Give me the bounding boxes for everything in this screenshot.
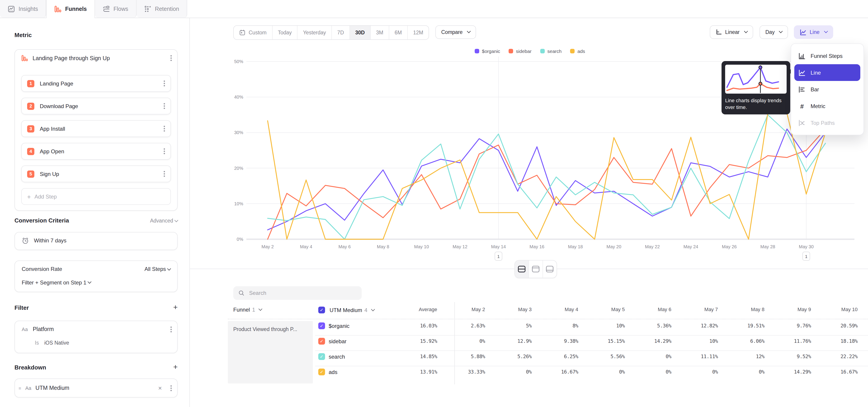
layout-split-view-button[interactable] — [515, 260, 529, 278]
table-column-header[interactable]: May 8 — [715, 307, 765, 312]
layout-table-view-button[interactable] — [543, 260, 557, 278]
x-axis-tick: May 12 — [453, 244, 467, 249]
series-checkbox[interactable]: ✓ — [318, 353, 325, 360]
breakdown-property[interactable]: UTM Medium — [35, 385, 154, 391]
conversion-rate-card: Conversion Rate All Steps Filter + Segme… — [14, 260, 178, 292]
step-kebab-icon[interactable] — [164, 105, 165, 107]
menu-item-bar[interactable]: Bar — [794, 81, 860, 98]
step-number-badge: 5 — [27, 170, 34, 178]
legend-item-organic[interactable]: $organic — [475, 49, 500, 54]
step-kebab-icon[interactable] — [164, 83, 165, 84]
table-value-cell: 13.91% — [388, 369, 437, 375]
range-button-yesterday[interactable]: Yesterday — [298, 26, 332, 39]
filter-operator[interactable]: Is — [35, 340, 39, 345]
scale-button[interactable]: Linear — [710, 25, 753, 39]
menu-item-line[interactable]: Line — [794, 64, 860, 81]
table-column-header[interactable]: Average — [388, 307, 437, 312]
x-axis-tick: May 4 — [300, 244, 312, 249]
conversion-window-card[interactable]: Within 7 days — [14, 232, 178, 250]
report-tabbar: Insights Funnels Flows Retention — [0, 0, 868, 18]
table-column-header[interactable]: May 2 — [435, 307, 485, 312]
bar-chart-icon — [798, 86, 806, 93]
range-button-today[interactable]: Today — [272, 26, 298, 39]
funnel-step-5[interactable]: 5 Sign Up — [21, 165, 171, 182]
table-column-header[interactable]: May 5 — [575, 307, 625, 312]
series-checkbox[interactable]: ✓ — [318, 322, 325, 329]
granularity-button[interactable]: Day — [760, 25, 788, 39]
funnel-header-count: 1 — [252, 307, 255, 313]
conversion-criteria-header: Conversion Criteria Advanced — [14, 217, 178, 224]
legend-item-search[interactable]: search — [540, 49, 561, 54]
breakdown-column-header[interactable]: ✓ UTM Medium 4 — [318, 307, 374, 313]
advanced-dropdown[interactable]: Advanced — [150, 218, 178, 223]
tab-retention[interactable]: Retention — [136, 0, 187, 18]
funnel-step-3[interactable]: 3 App Install — [21, 120, 171, 137]
annotation-badge[interactable]: 1 — [803, 252, 810, 260]
legend-swatch — [475, 49, 479, 53]
table-column-header[interactable]: May 7 — [668, 307, 718, 312]
table-value-cell: 18.18% — [808, 338, 858, 344]
breakdown-card: ≡ Aa UTM Medium × — [14, 378, 178, 398]
range-button-7d[interactable]: 7D — [332, 26, 350, 39]
metric-kebab-icon[interactable] — [170, 57, 172, 59]
all-steps-label: All Steps — [145, 266, 166, 272]
range-button-6m[interactable]: 6M — [389, 26, 408, 39]
remove-breakdown-icon[interactable]: × — [158, 384, 162, 392]
add-step-button[interactable]: + Add Step — [21, 188, 171, 205]
table-column-header[interactable]: May 6 — [622, 307, 671, 312]
tab-funnels[interactable]: Funnels — [46, 0, 95, 18]
table-value-cell: 12.9% — [482, 338, 532, 344]
range-button-30d[interactable]: 30D — [350, 26, 371, 39]
range-button-3m[interactable]: 3M — [371, 26, 389, 39]
funnel-row-cell[interactable]: Product Viewed through P... — [228, 321, 313, 383]
metric-card-header[interactable]: Landing Page through Sign Up — [21, 55, 172, 62]
step-kebab-icon[interactable] — [164, 173, 165, 175]
property-type-icon: Aa — [22, 326, 28, 332]
step-kebab-icon[interactable] — [164, 151, 165, 152]
series-name: search — [329, 354, 345, 360]
range-button-custom[interactable]: Custom — [234, 26, 272, 39]
table-column-header[interactable]: May 4 — [528, 307, 578, 312]
add-filter-button[interactable]: + — [173, 303, 178, 312]
add-breakdown-button[interactable]: + — [173, 363, 178, 372]
filter-value[interactable]: iOS Native — [44, 340, 69, 345]
table-column-header[interactable]: May 10 — [808, 307, 858, 312]
layout-chart-view-button[interactable] — [529, 260, 543, 278]
funnel-step-4[interactable]: 4 App Open — [21, 143, 171, 160]
chart-type-button[interactable]: Line — [794, 25, 833, 39]
query-builder-sidebar: Metric Landing Page through Sign Up 1 La… — [0, 18, 190, 407]
table-column-header[interactable]: May 9 — [761, 307, 811, 312]
filter-segment-dropdown[interactable]: Filter + Segment on Step 1 — [22, 279, 91, 286]
tab-flows[interactable]: Flows — [95, 0, 136, 18]
compare-button[interactable]: Compare — [435, 25, 476, 39]
legend-item-sidebar[interactable]: sidebar — [509, 49, 532, 54]
top-paths-icon — [798, 119, 806, 126]
menu-item-funnel-steps[interactable]: Funnel Steps — [794, 48, 860, 64]
metric-label: Metric — [14, 32, 32, 38]
select-all-checkbox[interactable]: ✓ — [318, 307, 325, 313]
funnel-step-2[interactable]: 2 Download Page — [21, 98, 171, 115]
table-search-input[interactable]: Search — [233, 286, 362, 300]
filter-property[interactable]: Platform — [33, 326, 165, 333]
table-value-cell: 16.03% — [388, 323, 437, 329]
menu-item-metric[interactable]: # Metric — [794, 98, 860, 115]
conversion-rate-label: Conversion Rate — [22, 266, 62, 272]
filter-kebab-icon[interactable] — [170, 328, 172, 330]
legend-label: $organic — [482, 49, 500, 54]
range-button-12m[interactable]: 12M — [408, 26, 429, 39]
chart-view-icon — [532, 265, 540, 273]
tab-insights[interactable]: Insights — [0, 0, 46, 18]
funnel-column-header[interactable]: Funnel 1 — [233, 307, 262, 313]
series-checkbox[interactable]: ✓ — [318, 338, 325, 345]
step-kebab-icon[interactable] — [164, 128, 165, 129]
series-checkbox[interactable]: ✓ — [318, 369, 325, 375]
breakdown-kebab-icon[interactable] — [170, 387, 172, 389]
all-steps-dropdown[interactable]: All Steps — [145, 266, 170, 272]
drag-handle-icon[interactable]: ≡ — [19, 385, 21, 390]
legend-item-ads[interactable]: ads — [570, 49, 585, 54]
table-column-header[interactable]: May 3 — [482, 307, 532, 312]
funnel-step-1[interactable]: 1 Landing Page — [21, 75, 171, 92]
table-value-cell: 19.51% — [715, 323, 765, 329]
legend-swatch — [540, 49, 545, 53]
annotation-badge[interactable]: 1 — [495, 252, 502, 260]
